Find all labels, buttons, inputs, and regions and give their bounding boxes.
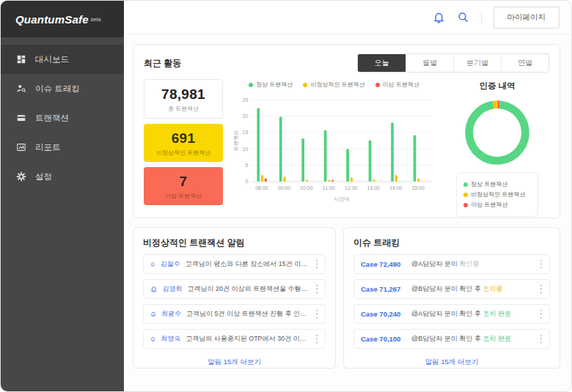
case-text: @A담당자 분이 확인중: [411, 259, 479, 269]
legend-dot-abnormal: [303, 83, 307, 87]
svg-text:14:00: 14:00: [389, 185, 403, 191]
svg-text:11:00: 11:00: [323, 185, 335, 191]
case-status: 조치 완료: [483, 335, 511, 342]
alert-message: 고객님이 20건 이상의 트랜잭션을 수행했습니다.: [188, 284, 310, 294]
alert-row[interactable]: 김영희 고객님이 20건 이상의 트랜잭션을 수행했습니다.: [143, 279, 326, 299]
sidebar-item-label: 이슈 트래킹: [35, 84, 80, 95]
report-icon: [15, 142, 26, 153]
stat-card-total: 78,981 총 트랜잭션: [144, 79, 223, 119]
tab-yearly[interactable]: 연별: [501, 54, 549, 72]
svg-text:13:00: 13:00: [367, 185, 380, 191]
cases-more-link[interactable]: 알림 15개 더보기: [353, 358, 550, 367]
case-row[interactable]: Case 70,240 @A담당자 분이 확인 후 조치 완료: [353, 304, 550, 324]
sidebar-item-label: 리포트: [35, 142, 61, 153]
mypage-button[interactable]: 마이페이지: [494, 7, 560, 29]
kebab-menu-icon[interactable]: [315, 259, 318, 269]
donut-chart-svg: [461, 96, 534, 169]
tab-today[interactable]: 오늘: [358, 54, 406, 72]
kebab-menu-icon[interactable]: [315, 284, 318, 294]
bar-chart-svg: 051015202508:0009:0010:0011:0012:0013:00…: [232, 90, 436, 212]
auth-history-title: 인증 내역: [445, 81, 549, 92]
case-status: 확인중: [459, 260, 479, 267]
bell-icon: [150, 285, 158, 293]
sidebar-item-label: 트랜잭션: [35, 113, 69, 124]
svg-text:09:00: 09:00: [278, 185, 291, 191]
kebab-menu-icon[interactable]: [540, 309, 543, 319]
case-id: Case 71,267: [361, 285, 406, 293]
legend-dot-normal: [249, 83, 253, 87]
kebab-menu-icon[interactable]: [540, 334, 543, 344]
svg-text:12:00: 12:00: [345, 185, 358, 191]
alert-row[interactable]: 최영숙 고객님의 사용중지된 OTP에서 30건 이상의 요청이 발생했습니다.: [143, 329, 326, 349]
stat-cards: 78,981 총 트랜잭션 691 비정상적인 트랜잭션 7 이상 트랜잭션: [144, 79, 223, 217]
stat-value: 691: [147, 130, 220, 147]
stat-card-anomaly: 7 이상 트랜잭션: [144, 167, 223, 205]
notifications-button[interactable]: [433, 11, 445, 23]
kebab-menu-icon[interactable]: [315, 334, 318, 344]
svg-text:5: 5: [245, 163, 248, 168]
alert-message: 고객님이 5건 이상 트랜잭션 진행 후 인증되지 않았습니다.: [186, 309, 310, 319]
legend-dot-anomaly: [463, 203, 468, 207]
legend-dot-normal: [463, 182, 468, 187]
sidebar-item-dashboard[interactable]: 대시보드: [1, 45, 124, 74]
stat-value: 7: [147, 174, 220, 190]
stat-card-abnormal: 691 비정상적인 트랜잭션: [144, 124, 223, 162]
search-icon: [457, 11, 469, 23]
bell-icon: [150, 260, 155, 268]
sidebar-item-transactions[interactable]: 트랜잭션: [1, 103, 124, 133]
kebab-menu-icon[interactable]: [540, 259, 543, 269]
stat-label: 이상 트랜잭션: [147, 192, 220, 200]
issue-tracking-title: 이슈 트래킹: [353, 237, 550, 249]
legend-dot-abnormal: [463, 193, 468, 197]
sidebar-item-settings[interactable]: 설정: [1, 162, 124, 191]
auth-history-section: 인증 내역 정상 트랜잭션 비정상적인 트랜잭션 이상 트랜잭션: [445, 79, 549, 217]
svg-text:시간대: 시간대: [334, 196, 349, 201]
wallet-icon: [15, 113, 26, 124]
recent-activity-title: 최근 활동: [144, 57, 181, 70]
transactions-bar-chart: 정상 트랜잭션 비정상적인 트랜잭션 이상 트랜잭션 051015202508:…: [232, 79, 436, 217]
sidebar-item-label: 설정: [35, 171, 52, 182]
alert-row[interactable]: 김철수 고객님이 평소와 다른 장소에서 15건 이상의 트랜잭션을 수행했습니…: [143, 254, 326, 274]
tab-monthly[interactable]: 월별: [406, 54, 453, 72]
case-row[interactable]: Case 70,100 @B담당자 분이 확인 후 조치 완료: [353, 329, 550, 349]
topbar-divider: [481, 11, 482, 24]
logo: QuantumSafe beta: [1, 1, 124, 37]
tab-quarterly[interactable]: 분기별: [453, 54, 501, 72]
svg-text:15: 15: [243, 130, 249, 135]
logo-text: QuantumSafe: [15, 13, 89, 26]
svg-text:10: 10: [243, 147, 249, 152]
legend-dot-anomaly: [375, 83, 380, 87]
sidebar-nav: 대시보드 이슈 트래킹 트랜잭션: [1, 37, 124, 191]
donut-legend: 정상 트랜잭션 비정상적인 트랜잭션 이상 트랜잭션: [456, 172, 538, 217]
alert-message: 고객님이 평소와 다른 장소에서 15건 이상의 트랜잭션을 수행했습니다.: [186, 259, 310, 269]
kebab-menu-icon[interactable]: [540, 284, 543, 294]
case-id: Case 72,490: [361, 260, 406, 268]
alert-message: 고객님의 사용중지된 OTP에서 30건 이상의 요청이 발생했습니다.: [186, 334, 310, 344]
svg-text:트랜잭션: 트랜잭션: [233, 130, 238, 151]
alert-row[interactable]: 최광수 고객님이 5건 이상 트랜잭션 진행 후 인증되지 않았습니다.: [143, 304, 326, 324]
gear-icon: [15, 171, 26, 182]
case-status: 조치중: [483, 285, 502, 292]
bell-icon: [150, 310, 156, 318]
sidebar: QuantumSafe beta 대시보드 이슈 트: [1, 1, 124, 391]
case-row[interactable]: Case 72,490 @A담당자 분이 확인중: [353, 254, 550, 274]
svg-text:20: 20: [243, 114, 249, 119]
search-button[interactable]: [457, 11, 469, 23]
svg-text:08:00: 08:00: [255, 185, 268, 191]
alerts-title: 비정상적인 트랜잭션 알림: [143, 237, 326, 249]
svg-text:0: 0: [245, 179, 248, 184]
dashboard-icon: [15, 54, 26, 65]
alerts-more-link[interactable]: 알림 15개 더보기: [143, 358, 326, 367]
bell-icon: [433, 11, 445, 23]
recent-activity-panel: 최근 활동 오늘 월별 분기별 연별 78,981 총 트랜잭션: [133, 44, 560, 218]
sidebar-item-issue-tracking[interactable]: 이슈 트래킹: [1, 74, 124, 103]
svg-text:25: 25: [243, 97, 249, 103]
customer-name: 최영숙: [161, 334, 180, 344]
logo-beta-badge: beta: [91, 17, 101, 22]
case-id: Case 70,240: [361, 310, 406, 318]
case-row[interactable]: Case 71,267 @B담당자 분이 확인 후 조치중: [353, 279, 550, 299]
kebab-menu-icon[interactable]: [315, 309, 318, 319]
bar-chart-legend: 정상 트랜잭션 비정상적인 트랜잭션 이상 트랜잭션: [232, 81, 436, 89]
user-search-icon: [15, 84, 26, 95]
sidebar-item-reports[interactable]: 리포트: [1, 133, 124, 162]
